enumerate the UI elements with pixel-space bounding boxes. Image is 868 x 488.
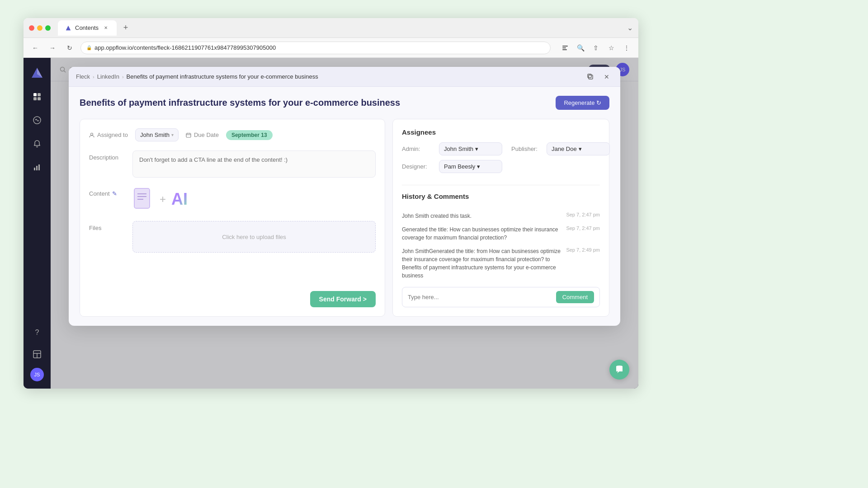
person-icon [89, 132, 94, 138]
assigned-to-value: John Smith [140, 131, 170, 138]
modal-title: Benefits of payment infrastructure syste… [80, 98, 400, 108]
designer-value: Pam Beesly [444, 163, 475, 170]
admin-chevron: ▾ [475, 145, 478, 152]
sidebar: ? JS [24, 58, 51, 389]
breadcrumb-sep-1: › [93, 74, 94, 80]
sidebar-item-analytics[interactable] [29, 112, 45, 128]
admin-label: Admin: [402, 145, 434, 152]
reader-mode-button[interactable] [559, 42, 571, 54]
admin-select[interactable]: John Smith ▾ [439, 142, 502, 155]
send-forward-button[interactable]: Send Forward > [310, 291, 376, 307]
modal-copy-button[interactable] [584, 70, 597, 83]
svg-rect-23 [134, 188, 150, 208]
svg-rect-3 [33, 93, 37, 96]
ai-label[interactable]: AI [171, 190, 188, 209]
files-label: Files [89, 221, 125, 253]
due-date-badge: September 13 [226, 130, 273, 140]
content-label: Content ✎ [89, 187, 125, 212]
svg-rect-16 [589, 75, 593, 79]
minimize-traffic-light[interactable] [37, 25, 42, 31]
browser-window: Contents ✕ + ⌄ ← → ↻ 🔒 app.oppflow.io/co… [24, 18, 638, 389]
sidebar-user-avatar[interactable]: JS [30, 368, 44, 381]
regenerate-button[interactable]: Regenerate ↻ [556, 96, 609, 110]
files-placeholder: Click here to upload files [222, 234, 286, 240]
document-icon[interactable] [132, 187, 154, 212]
history-text-1: Generated the title: How can businesses … [402, 225, 561, 242]
sidebar-item-notifications[interactable] [29, 136, 45, 152]
share-button[interactable]: ⇧ [590, 42, 602, 54]
breadcrumb: Fleck › LinkedIn › Benefits of payment i… [76, 73, 584, 80]
assigned-to-select[interactable]: John Smith ▾ [135, 128, 179, 141]
modal-close-button[interactable]: ✕ [600, 70, 613, 83]
main-content: Search content Fleck JS Fleck › LinkedIn [51, 58, 638, 389]
history-text-2: John SmithGenerated the title: from How … [402, 247, 561, 280]
svg-rect-10 [38, 164, 40, 170]
modal-overlay: Fleck › LinkedIn › Benefits of payment i… [51, 58, 638, 389]
plus-icon: + [160, 193, 166, 206]
modal-right-panel: Assignees Admin: John Smith ▾ [392, 119, 609, 317]
breadcrumb-fleck[interactable]: Fleck [76, 73, 90, 80]
sidebar-item-dashboard[interactable] [29, 89, 45, 105]
refresh-button[interactable]: ↻ [63, 42, 76, 54]
assigned-to-label: Assigned to [89, 131, 128, 138]
publisher-chevron: ▾ [579, 145, 582, 152]
address-bar[interactable]: 🔒 app.oppflow.io/contents/fleck-16862119… [80, 42, 551, 54]
breadcrumb-page-title: Benefits of payment infrastructure syste… [127, 73, 318, 80]
browser-addressbar: ← → ↻ 🔒 app.oppflow.io/contents/fleck-16… [24, 38, 638, 58]
sidebar-item-layout[interactable] [29, 346, 45, 362]
description-value: Don't forget to add a CTA line at the en… [132, 150, 376, 178]
svg-rect-8 [34, 168, 35, 170]
svg-rect-6 [38, 97, 41, 100]
files-upload-area[interactable]: Click here to upload files [132, 221, 376, 253]
search-button[interactable]: 🔍 [574, 42, 587, 54]
publisher-label: Publisher: [511, 145, 543, 152]
history-section: History & Comments John Smith created th… [402, 192, 600, 280]
browser-actions: 🔍 ⇧ ☆ ⋮ [559, 42, 633, 54]
chat-button[interactable] [609, 360, 629, 380]
calendar-icon [186, 132, 191, 138]
description-box[interactable]: Don't forget to add a CTA line at the en… [132, 150, 376, 178]
assigned-to-chevron: ▾ [171, 132, 174, 137]
publisher-select[interactable]: Jane Doe ▾ [547, 142, 610, 155]
comment-button[interactable]: Comment [556, 291, 594, 303]
svg-rect-1 [562, 47, 566, 48]
forward-button[interactable]: → [46, 42, 59, 54]
svg-rect-5 [33, 97, 37, 100]
publisher-row: Publisher: Jane Doe ▾ [511, 142, 610, 155]
history-time-0: Sep 7, 2:47 pm [566, 212, 600, 217]
comment-box: Comment [402, 287, 600, 307]
back-button[interactable]: ← [29, 42, 42, 54]
admin-value: John Smith [444, 145, 473, 152]
sidebar-logo[interactable] [29, 65, 45, 81]
sidebar-item-charts[interactable] [29, 159, 45, 175]
svg-rect-2 [562, 49, 567, 50]
history-time-1: Sep 7, 2:47 pm [566, 225, 600, 231]
maximize-traffic-light[interactable] [45, 25, 51, 31]
sidebar-item-help[interactable]: ? [29, 324, 45, 341]
description-row: Description Don't forget to add a CTA li… [89, 150, 376, 178]
modal-columns: Assigned to John Smith ▾ Due Date [80, 119, 609, 317]
designer-row: Designer: Pam Beesly ▾ [402, 160, 600, 173]
url-text: app.oppflow.io/contents/fleck-1686211907… [94, 44, 276, 51]
breadcrumb-linkedin[interactable]: LinkedIn [97, 73, 119, 80]
browser-tab[interactable]: Contents ✕ [58, 20, 117, 36]
more-button[interactable]: ⋮ [620, 42, 633, 54]
assignees-section: Assignees Admin: John Smith ▾ [402, 128, 600, 185]
admin-row: Admin: John Smith ▾ [402, 142, 502, 155]
tab-close-button[interactable]: ✕ [102, 24, 109, 32]
content-area: + AI [132, 187, 188, 212]
svg-rect-9 [36, 166, 38, 170]
modal-left-panel: Assigned to John Smith ▾ Due Date [80, 119, 385, 317]
svg-rect-17 [588, 74, 591, 78]
expand-button[interactable]: ⌄ [627, 23, 633, 32]
new-tab-button[interactable]: + [119, 22, 132, 34]
comment-input[interactable] [408, 294, 552, 300]
bookmark-button[interactable]: ☆ [605, 42, 618, 54]
files-value: Click here to upload files [132, 221, 376, 253]
modal-body: Benefits of payment infrastructure syste… [69, 87, 620, 326]
close-traffic-light[interactable] [29, 25, 34, 31]
breadcrumb-sep-2: › [122, 74, 124, 80]
assignees-title: Assignees [402, 128, 600, 136]
sidebar-bottom: ? JS [29, 324, 45, 381]
designer-select[interactable]: Pam Beesly ▾ [439, 160, 502, 173]
